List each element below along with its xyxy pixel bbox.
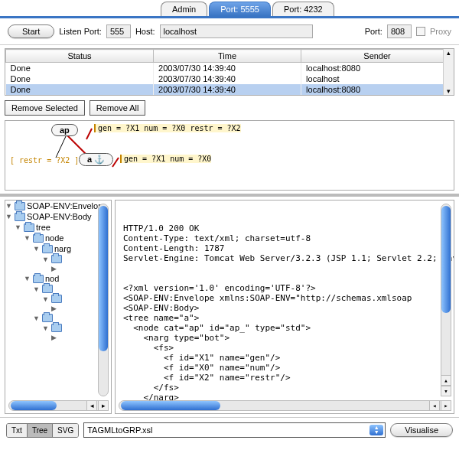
listen-port-label: Listen Port: bbox=[59, 27, 102, 36]
tree-item[interactable]: ▼node bbox=[5, 233, 111, 243]
chevron-right-icon: ▶ bbox=[51, 305, 59, 312]
tab-admin[interactable]: Admin bbox=[161, 2, 207, 16]
tree-item-label: tree bbox=[36, 223, 50, 232]
host-input[interactable] bbox=[160, 24, 313, 38]
tree-item[interactable]: ▶ bbox=[5, 333, 111, 342]
svg-line-0 bbox=[56, 135, 67, 158]
chevron-right-icon: ▶ bbox=[51, 334, 59, 341]
resp-vscroll[interactable] bbox=[441, 204, 451, 396]
restr-left-box: [ restr = ?X2 ] bbox=[10, 156, 79, 165]
stylesheet-value: TAGMLtoGRP.xsl bbox=[87, 425, 152, 435]
visualise-button[interactable]: Visualise bbox=[390, 423, 453, 437]
table-row[interactable]: Done 2003/07/30 14:39:40 localhost bbox=[6, 73, 454, 84]
col-time[interactable]: Time bbox=[154, 50, 301, 63]
table-scroll-up-icon[interactable]: ▴ bbox=[444, 49, 454, 57]
chevron-down-icon: ▼ bbox=[5, 213, 13, 220]
folder-icon bbox=[51, 295, 62, 303]
cell-status: Done bbox=[6, 84, 154, 95]
col-sender[interactable]: Sender bbox=[301, 50, 454, 63]
cell-status: Done bbox=[6, 73, 154, 84]
chevron-down-icon: ▼ bbox=[24, 234, 31, 242]
tree-item[interactable]: ▼ bbox=[5, 254, 111, 264]
scroll-right-icon[interactable]: ▸ bbox=[441, 400, 451, 411]
tree-item-label: narg bbox=[54, 244, 71, 253]
remove-all-button[interactable]: Remove All bbox=[90, 100, 146, 116]
proxy-checkbox[interactable] bbox=[416, 27, 425, 36]
tree-item[interactable]: ▶ bbox=[5, 264, 111, 273]
cell-sender: localhost bbox=[301, 73, 454, 84]
chevron-down-icon: ▼ bbox=[5, 202, 13, 210]
start-button[interactable]: Start bbox=[8, 24, 54, 38]
scroll-up-icon[interactable]: ▴ bbox=[441, 375, 451, 386]
resp-hscroll[interactable] bbox=[119, 400, 451, 411]
combo-arrows-icon[interactable]: ▲▼ bbox=[369, 425, 383, 435]
table-scroll-down-icon[interactable]: ▾ bbox=[444, 87, 454, 95]
tree-item[interactable]: ▶ bbox=[5, 304, 111, 313]
tree-item[interactable]: ▼ bbox=[5, 294, 111, 304]
cell-sender: localhost:8080 bbox=[301, 84, 454, 95]
chevron-right-icon: ▶ bbox=[51, 265, 59, 272]
cell-sender: localhost:8080 bbox=[301, 63, 454, 74]
response-text[interactable]: HTTP/1.0 200 OK Content-Type: text/xml; … bbox=[123, 223, 451, 403]
tab-bar: Admin Port: 5555 Port: 4232 bbox=[0, 0, 459, 18]
col-status[interactable]: Status bbox=[6, 50, 154, 63]
tab-port-4232[interactable]: Port: 4232 bbox=[272, 2, 334, 16]
lower-panes: ▼SOAP-ENV:Envelop ▼SOAP-ENV:Body ▼tree ▼… bbox=[0, 200, 459, 414]
cell-time: 2003/07/30 14:39:40 bbox=[154, 63, 301, 74]
resp-hscroll-thumb[interactable] bbox=[121, 401, 220, 410]
tree-item[interactable]: ▼ bbox=[5, 323, 111, 333]
tree-item-label: node bbox=[45, 233, 63, 243]
tree-item[interactable]: ▼tree bbox=[5, 222, 111, 233]
tree-item[interactable]: ▼narg bbox=[5, 243, 111, 254]
tree-item-label: SOAP-ENV:Body bbox=[27, 212, 92, 221]
resp-vscroll-arrows: ▴ ▾ bbox=[441, 375, 451, 396]
toolbar: Start Listen Port: Host: Port: Proxy bbox=[0, 18, 459, 45]
tree-pane: ▼SOAP-ENV:Envelop ▼SOAP-ENV:Body ▼tree ▼… bbox=[5, 200, 112, 414]
scroll-left-icon[interactable]: ◂ bbox=[86, 400, 97, 411]
feature-structure-a: gen = ?X1 num = ?X0 bbox=[120, 155, 211, 163]
tree-vscroll[interactable] bbox=[98, 204, 109, 396]
graph-node-a[interactable]: a ⚓ bbox=[79, 153, 113, 166]
tree-item[interactable]: ▼SOAP-ENV:Body bbox=[5, 211, 111, 222]
folder-icon bbox=[51, 324, 62, 332]
host-label: Host: bbox=[135, 27, 155, 36]
tree-item[interactable]: ▼SOAP-ENV:Envelop bbox=[5, 201, 111, 211]
tab-port-5555[interactable]: Port: 5555 bbox=[209, 2, 271, 16]
scroll-down-icon[interactable]: ▾ bbox=[441, 386, 451, 396]
chevron-down-icon: ▼ bbox=[42, 256, 50, 263]
table-row[interactable]: Done 2003/07/30 14:39:40 localhost:8080 bbox=[6, 84, 454, 95]
graph-pane: ap a ⚓ gen = ?X1 num = ?X0 restr = ?X2 g… bbox=[5, 120, 454, 191]
tree-item-label: nod bbox=[45, 274, 59, 283]
folder-icon bbox=[24, 223, 34, 232]
row-actions: Remove Selected Remove All bbox=[0, 96, 459, 120]
tree-vscroll-thumb[interactable] bbox=[99, 206, 108, 351]
graph-node-ap[interactable]: ap bbox=[51, 124, 78, 136]
chevron-down-icon: ▼ bbox=[15, 223, 22, 231]
folder-icon bbox=[42, 314, 53, 322]
anchor-icon: ⚓ bbox=[94, 155, 105, 164]
chevron-down-icon: ▼ bbox=[33, 245, 41, 253]
folder-icon bbox=[42, 285, 53, 293]
listen-port-input[interactable] bbox=[106, 24, 131, 38]
folder-icon bbox=[15, 202, 25, 210]
seg-txt[interactable]: Txt bbox=[7, 424, 28, 437]
table-row[interactable]: Done 2003/07/30 14:39:40 localhost:8080 bbox=[6, 63, 454, 74]
request-table: Status Time Sender Done 2003/07/30 14:39… bbox=[5, 48, 454, 96]
cell-time: 2003/07/30 14:39:40 bbox=[154, 73, 301, 84]
resp-vscroll-thumb[interactable] bbox=[441, 206, 451, 313]
stylesheet-combo[interactable]: TAGMLtoGRP.xsl ▲▼ bbox=[83, 422, 386, 438]
scroll-left-icon[interactable]: ◂ bbox=[429, 400, 440, 411]
tree-item[interactable]: ▼nod bbox=[5, 273, 111, 284]
seg-svg[interactable]: SVG bbox=[53, 424, 78, 437]
response-pane: HTTP/1.0 200 OK Content-Type: text/xml; … bbox=[115, 200, 454, 414]
scroll-right-icon[interactable]: ▸ bbox=[98, 400, 109, 411]
splitter[interactable] bbox=[0, 194, 459, 197]
folder-icon bbox=[42, 245, 53, 253]
port-input[interactable] bbox=[387, 24, 412, 38]
seg-tree[interactable]: Tree bbox=[28, 424, 53, 437]
tree-hscroll-thumb[interactable] bbox=[11, 401, 57, 410]
remove-selected-button[interactable]: Remove Selected bbox=[5, 100, 85, 116]
graph-node-a-label: a bbox=[87, 155, 94, 164]
folder-icon bbox=[33, 234, 44, 243]
chevron-down-icon: ▼ bbox=[42, 295, 50, 303]
